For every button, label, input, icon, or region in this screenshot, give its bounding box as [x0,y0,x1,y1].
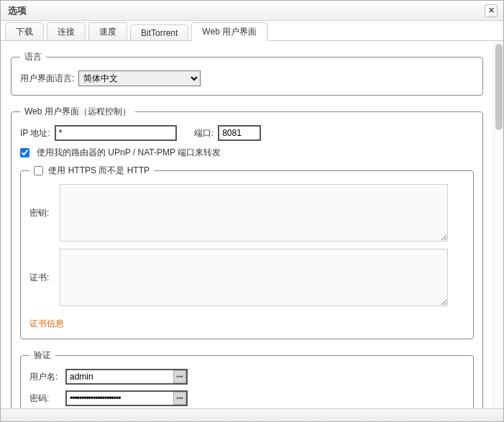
auth-fieldset: 验证 用户名: ••• 密码: ••• [20,349,474,408]
port-input[interactable] [218,125,261,141]
language-legend: 语言 [20,51,46,63]
ui-language-label: 用户界面语言: [20,73,74,85]
port-label: 端口: [194,127,214,139]
auth-legend: 验证 [29,349,55,362]
scrollbar-thumb[interactable] [495,44,503,130]
footer-bar [1,408,503,421]
titlebar: 选项 ✕ [1,1,503,21]
webui-legend: Web 用户界面（远程控制） [20,106,135,118]
password-suggest-icon[interactable]: ••• [173,392,186,405]
window-title: 选项 [8,4,27,17]
username-label: 用户名: [29,371,61,383]
username-suggest-icon[interactable]: ••• [173,370,186,383]
tab-connection[interactable]: 连接 [47,22,86,41]
content-wrap: 语言 用户界面语言: 简体中文 Web 用户界面（远程控制） IP 地址: 端口… [1,41,503,408]
content: 语言 用户界面语言: 简体中文 Web 用户界面（远程控制） IP 地址: 端口… [1,41,493,408]
ip-input[interactable] [55,125,177,141]
language-fieldset: 语言 用户界面语言: 简体中文 [11,51,483,96]
https-checkbox[interactable] [34,166,43,175]
tab-download[interactable]: 下载 [5,22,44,41]
key-textarea[interactable] [60,184,448,242]
username-input[interactable] [65,369,188,385]
https-legend: 使用 HTTPS 而不是 HTTP [29,165,154,177]
ui-language-select[interactable]: 简体中文 [78,70,201,86]
tab-bittorrent[interactable]: BitTorrent [130,24,188,41]
upnp-checkbox[interactable] [20,148,29,157]
password-label: 密码: [29,393,61,405]
https-legend-label: 使用 HTTPS 而不是 HTTP [48,165,150,175]
close-icon[interactable]: ✕ [485,4,498,17]
https-fieldset: 使用 HTTPS 而不是 HTTP 密钥: 证书: 证书信息 [20,165,474,339]
upnp-label: 使用我的路由器的 UPnP / NAT-PMP 端口来转发 [37,147,221,159]
tab-speed[interactable]: 速度 [88,22,127,41]
cert-textarea[interactable] [60,249,448,306]
tab-webui[interactable]: Web 用户界面 [191,22,267,41]
cert-info-link[interactable]: 证书信息 [29,318,64,330]
password-input[interactable] [65,390,188,406]
key-label: 密钥: [29,207,52,219]
ip-label: IP 地址: [20,127,50,139]
tabbar: 下载 连接 速度 BitTorrent Web 用户界面 [1,21,503,41]
options-window: 选项 ✕ 下载 连接 速度 BitTorrent Web 用户界面 语言 用户界… [0,0,504,422]
webui-fieldset: Web 用户界面（远程控制） IP 地址: 端口: 使用我的路由器的 UPnP … [11,106,483,408]
cert-label: 证书: [29,272,52,284]
scrollbar[interactable] [493,41,503,408]
